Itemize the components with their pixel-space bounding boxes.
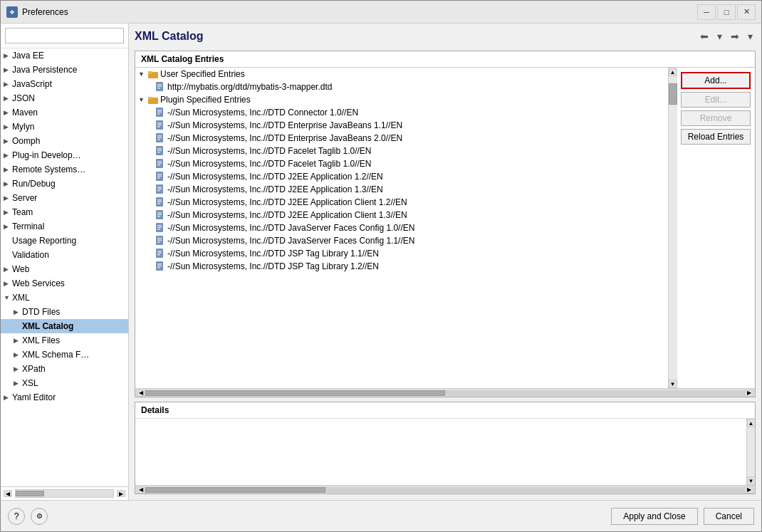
- svg-rect-20: [157, 137, 162, 139]
- search-input[interactable]: [5, 28, 124, 43]
- svg-rect-32: [157, 176, 162, 177]
- catalog-tree[interactable]: ▼ User Specified Entries: [135, 68, 668, 388]
- sidebar-item-label: Run/Debug: [12, 179, 56, 189]
- sidebar-item-java-ee[interactable]: ▶ Java EE: [1, 48, 128, 63]
- reload-entries-button[interactable]: Reload Entries: [681, 129, 751, 145]
- sidebar-item-web[interactable]: ▶ Web: [1, 262, 128, 276]
- details-content[interactable]: [135, 419, 746, 485]
- sidebar-item-label: Server: [12, 193, 37, 203]
- vscroll-thumb-track[interactable]: [747, 427, 756, 476]
- close-button[interactable]: ✕: [737, 4, 756, 20]
- sidebar-item-mylyn[interactable]: ▶ Mylyn: [1, 120, 128, 134]
- sidebar-item-label: XPath: [22, 364, 46, 374]
- scroll-right-btn[interactable]: ▶: [117, 490, 125, 497]
- hscroll-left-btn[interactable]: ◀: [137, 390, 145, 397]
- sidebar-item-xml-files[interactable]: ▶ XML Files: [1, 333, 128, 348]
- sidebar-item-label: Validation: [12, 250, 49, 260]
- nav-back-button[interactable]: ⬅: [697, 29, 711, 43]
- sidebar-item-server[interactable]: ▶ Server: [1, 191, 128, 205]
- scroll-down-btn[interactable]: ▼: [669, 380, 677, 388]
- vscroll-thumb: [669, 83, 677, 105]
- plugin-entry-7[interactable]: -//Sun Microsystems, Inc.//DTD J2EE Appl…: [135, 196, 668, 209]
- svg-rect-41: [157, 203, 160, 204]
- sidebar-item-oomph[interactable]: ▶ Oomph: [1, 134, 128, 148]
- details-vscroll[interactable]: ▲ ▼: [746, 419, 755, 485]
- sidebar-item-javascript[interactable]: ▶ JavaScript: [1, 77, 128, 91]
- plugin-specified-entries-node[interactable]: ▼ Plugin Specified Entries: [135, 93, 668, 106]
- sidebar-item-plugin-dev[interactable]: ▶ Plug-in Develop…: [1, 148, 128, 162]
- svg-rect-31: [157, 174, 162, 175]
- sidebar-item-label: Terminal: [12, 221, 44, 231]
- cancel-button[interactable]: Cancel: [704, 508, 754, 525]
- sidebar-item-terminal[interactable]: ▶ Terminal: [1, 219, 128, 234]
- tree-arrow: ▶: [4, 166, 12, 173]
- plugin-entry-0[interactable]: -//Sun Microsystems, Inc.//DTD Connector…: [135, 106, 668, 119]
- file-icon: [155, 210, 165, 220]
- tree-arrow: ▶: [14, 380, 22, 387]
- add-button[interactable]: Add...: [681, 72, 751, 89]
- sidebar-item-team[interactable]: ▶ Team: [1, 205, 128, 219]
- details-section: Details ▲ ▼ ◀ ▶: [135, 402, 756, 494]
- svg-rect-40: [157, 202, 162, 203]
- user-entry-mybatis[interactable]: http://mybatis.org/dtd/mybatis-3-mapper.…: [135, 80, 668, 93]
- catalog-action-buttons: Add... Edit... Remove Reload Entries: [677, 68, 755, 388]
- plugin-entry-1[interactable]: -//Sun Microsystems, Inc.//DTD Enterpris…: [135, 119, 668, 132]
- catalog-vscroll[interactable]: ▲ ▼: [668, 68, 677, 388]
- sidebar-item-yaml-editor[interactable]: ▶ Yaml Editor: [1, 390, 128, 405]
- scroll-left-btn[interactable]: ◀: [4, 490, 12, 497]
- sidebar-item-maven[interactable]: ▶ Maven: [1, 105, 128, 120]
- plugin-entry-5[interactable]: -//Sun Microsystems, Inc.//DTD J2EE Appl…: [135, 170, 668, 183]
- plugin-entry-4[interactable]: -//Sun Microsystems, Inc.//DTD Facelet T…: [135, 157, 668, 170]
- nav-back-dropdown[interactable]: ▾: [714, 29, 725, 43]
- hscroll-left-btn[interactable]: ◀: [137, 486, 145, 494]
- bottom-right: Apply and Close Cancel: [611, 508, 754, 525]
- sidebar-item-xml-catalog[interactable]: XML Catalog: [1, 319, 128, 333]
- sidebar-item-xml-schema[interactable]: ▶ XML Schema F…: [1, 348, 128, 362]
- nav-forward-dropdown[interactable]: ▾: [745, 29, 756, 43]
- sidebar-item-usage-reporting[interactable]: Usage Reporting: [1, 234, 128, 248]
- sidebar-item-label: Web: [12, 264, 29, 274]
- plugin-entry-3[interactable]: -//Sun Microsystems, Inc.//DTD Facelet T…: [135, 145, 668, 157]
- plugin-entry-8[interactable]: -//Sun Microsystems, Inc.//DTD J2EE Appl…: [135, 209, 668, 221]
- sidebar-item-java-persistence[interactable]: ▶ Java Persistence: [1, 63, 128, 77]
- sidebar-item-xml[interactable]: ▼ XML: [1, 291, 128, 305]
- tree-arrow: ▶: [14, 308, 22, 315]
- scroll-up-btn[interactable]: ▲: [669, 68, 677, 76]
- user-specified-entries-node[interactable]: ▼ User Specified Entries: [135, 68, 668, 80]
- sidebar-item-xsl[interactable]: ▶ XSL: [1, 376, 128, 390]
- plugin-entry-2[interactable]: -//Sun Microsystems, Inc.//DTD Enterpris…: [135, 132, 668, 145]
- plugin-entry-11[interactable]: -//Sun Microsystems, Inc.//DTD JSP Tag L…: [135, 247, 668, 260]
- hscroll-track[interactable]: [145, 487, 745, 493]
- plugin-entry-9[interactable]: -//Sun Microsystems, Inc.//DTD JavaServe…: [135, 221, 668, 234]
- sidebar-item-label: Java EE: [12, 51, 44, 61]
- minimize-button[interactable]: ─: [697, 4, 716, 20]
- panel-title: XML Catalog: [135, 30, 204, 43]
- hscroll-right-btn[interactable]: ▶: [745, 486, 753, 494]
- edit-button[interactable]: Edit...: [681, 92, 751, 108]
- sidebar-hscroll-track[interactable]: [15, 489, 114, 498]
- sidebar-item-xpath[interactable]: ▶ XPath: [1, 362, 128, 376]
- scroll-up-btn[interactable]: ▲: [747, 419, 756, 427]
- plugin-entry-6[interactable]: -//Sun Microsystems, Inc.//DTD J2EE Appl…: [135, 183, 668, 196]
- plugin-entry-12[interactable]: -//Sun Microsystems, Inc.//DTD JSP Tag L…: [135, 260, 668, 273]
- sidebar-item-remote-systems[interactable]: ▶ Remote Systems…: [1, 162, 128, 177]
- sidebar-item-run-debug[interactable]: ▶ Run/Debug: [1, 177, 128, 191]
- preferences-button[interactable]: ⚙: [31, 508, 48, 525]
- sidebar-item-validation[interactable]: Validation: [1, 248, 128, 262]
- plugin-entry-10[interactable]: -//Sun Microsystems, Inc.//DTD JavaServe…: [135, 234, 668, 247]
- file-icon: [155, 249, 165, 259]
- plugin-entry-label: -//Sun Microsystems, Inc.//DTD J2EE Appl…: [167, 197, 407, 207]
- sidebar-item-json[interactable]: ▶ JSON: [1, 91, 128, 105]
- apply-close-button[interactable]: Apply and Close: [611, 508, 697, 525]
- hscroll-track[interactable]: [145, 390, 745, 396]
- vscroll-thumb-track[interactable]: [669, 76, 677, 380]
- scroll-down-btn[interactable]: ▼: [747, 476, 756, 485]
- hscroll-right-btn[interactable]: ▶: [745, 390, 753, 397]
- remove-button[interactable]: Remove: [681, 110, 751, 126]
- sidebar-item-dtd-files[interactable]: ▶ DTD Files: [1, 305, 128, 319]
- maximize-button[interactable]: □: [717, 4, 736, 20]
- help-button[interactable]: ?: [8, 508, 25, 525]
- sidebar-item-web-services[interactable]: ▶ Web Services: [1, 276, 128, 291]
- bottom-left: ? ⚙: [8, 508, 48, 525]
- nav-forward-button[interactable]: ➡: [728, 29, 742, 43]
